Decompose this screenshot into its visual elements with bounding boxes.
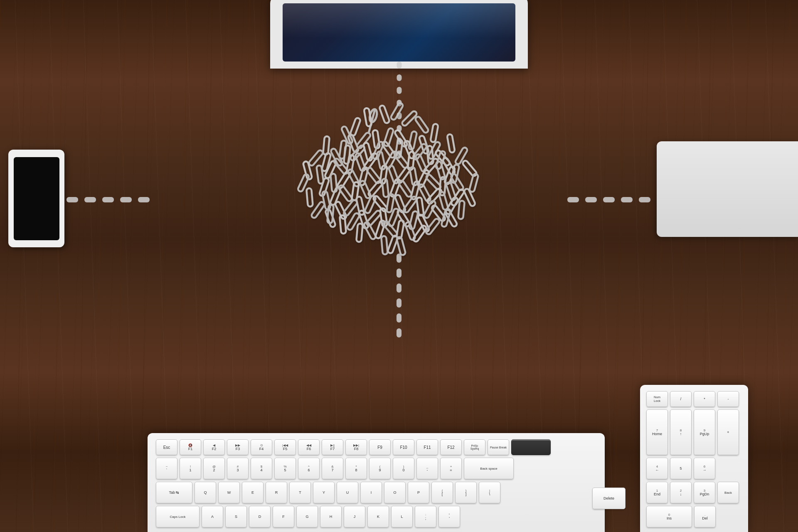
key-l[interactable]: L (391, 506, 413, 527)
key-semicolon-label: ; (425, 517, 426, 520)
key-pause[interactable]: Pause Break (488, 439, 509, 455)
key-p[interactable]: P (408, 482, 429, 503)
nkey-1[interactable]: 1 End (646, 482, 668, 503)
key-f4[interactable]: ⊙ F4 (251, 439, 272, 455)
key-w[interactable]: W (218, 482, 240, 503)
key-u-label: U (346, 490, 349, 495)
key-k[interactable]: K (367, 506, 389, 527)
key-1[interactable]: ! 1 (180, 458, 201, 479)
key-7[interactable]: & 7 (322, 458, 343, 479)
key-y[interactable]: Y (313, 482, 335, 503)
nkey-8[interactable]: 8 ↑ (670, 409, 692, 455)
nkey-3[interactable]: 3 PgDn (694, 482, 715, 503)
key-5[interactable]: % 5 (274, 458, 296, 479)
key-9[interactable]: ( 9 (369, 458, 391, 479)
key-prtsc[interactable]: PrtScSysRq (464, 439, 485, 455)
nkey-subtract[interactable]: - (717, 391, 739, 407)
dot-2 (397, 74, 401, 81)
key-6[interactable]: ^ 6 (298, 458, 320, 479)
nkey-5[interactable]: 5 (670, 458, 692, 479)
nkey-plus[interactable]: + (717, 409, 739, 455)
key-o[interactable]: O (384, 482, 406, 503)
key-rbracket[interactable]: } ] (455, 482, 477, 503)
key-u[interactable]: U (337, 482, 358, 503)
key-capslock[interactable]: Caps Lock (156, 506, 200, 527)
key-esc[interactable]: Esc (156, 439, 177, 455)
dot-l4 (120, 197, 132, 202)
key-equals[interactable]: + = (440, 458, 462, 479)
key-f5[interactable]: |◀◀ F5 (274, 439, 296, 455)
nkey-2[interactable]: 2 ↓ (670, 482, 692, 503)
svg-rect-116 (363, 222, 376, 240)
key-f1[interactable]: 🔇 F1 (180, 439, 201, 455)
key-lbracket[interactable]: { [ (431, 482, 453, 503)
nkey-divide[interactable]: / (670, 391, 692, 407)
nkey-back[interactable]: Back (717, 482, 739, 503)
key-s[interactable]: S (225, 506, 247, 527)
key-backspace[interactable]: Back space (464, 458, 514, 479)
tablet-screen (283, 3, 515, 62)
key-semicolon[interactable]: : ; (415, 506, 436, 527)
key-f9[interactable]: F9 (369, 439, 391, 455)
svg-rect-4 (364, 108, 372, 126)
dot-b5 (397, 313, 401, 323)
nkey-7-sub: Home (652, 432, 662, 436)
key-e[interactable]: E (242, 482, 264, 503)
key-0-label: 0 (402, 468, 404, 472)
nkey-4[interactable]: 4 ← (646, 458, 668, 479)
key-r[interactable]: R (266, 482, 287, 503)
nkey-dot[interactable]: . Del (694, 506, 716, 527)
dot-b6 (397, 328, 401, 337)
key-4[interactable]: $ 4 (251, 458, 272, 479)
key-h[interactable]: H (320, 506, 342, 527)
key-f2[interactable]: ◀ F2 (203, 439, 225, 455)
key-f6[interactable]: ◀◀ F6 (298, 439, 320, 455)
svg-rect-72 (409, 167, 417, 185)
key-t[interactable]: T (289, 482, 311, 503)
nkey-0[interactable]: 0 Ins (646, 506, 692, 527)
key-minus[interactable]: _ - (416, 458, 438, 479)
key-f11[interactable]: F11 (416, 439, 438, 455)
smartphone-device (8, 150, 64, 247)
key-tab[interactable]: Tab ↹ (156, 482, 192, 503)
svg-rect-27 (372, 130, 380, 148)
key-f12[interactable]: F12 (440, 439, 462, 455)
key-f3-label: F3 (236, 447, 240, 451)
key-0[interactable]: ) 0 (393, 458, 414, 479)
key-j[interactable]: J (344, 506, 365, 527)
left-connection-line (66, 195, 150, 204)
nkey-9[interactable]: 9 PgUp (694, 409, 715, 455)
key-f10[interactable]: F10 (393, 439, 414, 455)
key-f7[interactable]: ▶|| F7 (322, 439, 343, 455)
key-2[interactable]: @ 2 (203, 458, 225, 479)
key-f[interactable]: F (273, 506, 294, 527)
key-delete[interactable]: Delete (592, 488, 626, 509)
key-2-label: 2 (213, 468, 215, 472)
key-backslash[interactable]: | \ (479, 482, 500, 503)
key-f3[interactable]: ▶▶ F3 (227, 439, 249, 455)
key-6-label: 6 (308, 468, 310, 472)
svg-rect-36 (344, 145, 350, 164)
nkey-7[interactable]: 7 Home (646, 409, 668, 455)
key-i[interactable]: I (360, 482, 382, 503)
dot-l5 (138, 197, 150, 202)
key-t-label: T (299, 490, 301, 495)
svg-rect-16 (325, 209, 336, 227)
nkey-divide-label: / (680, 397, 682, 401)
key-q[interactable]: Q (195, 482, 216, 503)
key-3[interactable]: # 3 (227, 458, 249, 479)
key-g[interactable]: G (296, 506, 318, 527)
key-8[interactable]: * 8 (345, 458, 367, 479)
key-dark-right[interactable] (511, 439, 551, 455)
key-f8-label: F8 (354, 447, 359, 451)
key-d[interactable]: D (249, 506, 271, 527)
nkey-numlock[interactable]: NumLock (646, 391, 668, 407)
key-quote[interactable]: " ' (438, 506, 460, 527)
nkey-4-sub: ← (655, 468, 659, 472)
nkey-6[interactable]: 6 → (694, 458, 715, 479)
key-o-label: O (393, 490, 396, 495)
key-a[interactable]: A (202, 506, 223, 527)
key-backtick[interactable]: ~ ` (156, 458, 177, 479)
nkey-multiply[interactable]: * (694, 391, 715, 407)
key-f8[interactable]: ▶▶| F8 (345, 439, 367, 455)
